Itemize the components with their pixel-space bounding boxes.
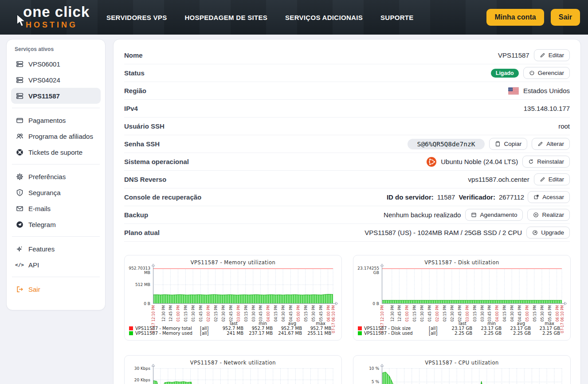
x-axis-label-text: 02:00 PM	[207, 305, 211, 321]
reinstall-button[interactable]: Reinstalar	[522, 156, 570, 168]
sidebar-item-api[interactable]: </> API	[11, 257, 101, 273]
nav-link-suporte[interactable]: SUPORTE	[380, 14, 414, 21]
verifier-value: 2677112	[499, 193, 524, 201]
page: one click HOSTING SERVIDORES VPS HOSPEDA…	[0, 0, 588, 384]
brand-logo[interactable]: one click HOSTING	[8, 3, 95, 32]
x-axis-label-text: 03:30 PM	[481, 305, 485, 321]
sidebar-item-afiliados[interactable]: Programa de afiliados	[11, 128, 101, 144]
x-axis-label-text: 05:45 PM	[319, 305, 324, 321]
nav-link-servidores-vps[interactable]: SERVIDORES VPS	[106, 14, 167, 21]
button-label: Acessar	[542, 194, 564, 200]
telegram-icon	[16, 220, 24, 228]
y-axis-label: 0 B	[125, 302, 150, 306]
x-axis-label-text: 02:00 PM	[435, 305, 440, 321]
sidebar-item-tickets[interactable]: Tickets de suporte	[11, 144, 101, 160]
row-label-backup: Backup	[124, 211, 148, 219]
x-axis-label-text: 12:30 PM	[391, 305, 395, 321]
memory-chart: VPS11587 - Memory utilization952.70313 M…	[124, 255, 342, 341]
sidebar-item-emails[interactable]: E-mails	[11, 200, 101, 216]
upgrade-button[interactable]: Upgrade	[526, 227, 570, 239]
x-axis-label-text: 01:15 PM	[184, 305, 188, 321]
os-value: Ubuntu Noble (24.04 LTS)	[441, 158, 518, 165]
backup-now-button[interactable]: Realizar	[527, 209, 570, 221]
sidebar-item-features[interactable]: Features	[11, 241, 101, 257]
verifier-label: Verificador:	[459, 193, 495, 201]
edit-dns-button[interactable]: Editar	[534, 173, 570, 185]
legend-header: max	[302, 321, 331, 326]
x-axis-label-text: 05:00 PM	[525, 305, 530, 321]
sidebar-divider	[12, 108, 100, 108]
detail-row-backup: Backup Nenhum backup realizado Agendamen…	[124, 206, 570, 224]
sidebar-divider	[12, 164, 100, 165]
legend-header-row: lastminavgmax	[129, 321, 331, 326]
envelope-icon	[16, 204, 24, 212]
nav-link-hospedagem[interactable]: HOSPEDAGEM DE SITES	[184, 14, 267, 21]
nav-logout-button[interactable]: Sair	[551, 9, 580, 26]
chart-plot	[378, 363, 568, 384]
x-axis-label: 07-17 06:10 PM	[331, 305, 337, 333]
button-label: Reinstalar	[537, 158, 564, 165]
sidebar-item-label: Preferências	[28, 173, 66, 180]
sidebar-item-preferencias[interactable]: Preferências	[11, 168, 101, 184]
y-axis-label: 20 Kbps	[125, 378, 150, 382]
x-axis-label-text: 02:45 PM	[229, 305, 234, 321]
row-label-plan: Plano atual	[124, 229, 160, 236]
external-link-icon	[533, 194, 539, 200]
x-axis-label-text: 02:30 PM	[451, 305, 455, 321]
edit-name-button[interactable]: Editar	[534, 49, 570, 61]
button-label: Editar	[549, 52, 564, 59]
sidebar-item-telegram[interactable]: Telegram	[11, 216, 101, 232]
gear-icon	[16, 172, 24, 180]
sidebar-divider	[12, 236, 100, 237]
x-axis-label-text: 04:45 PM	[518, 305, 522, 321]
x-axis-label-text: 05:00 PM	[297, 305, 301, 321]
y-axis-label: 23.174255 GB	[353, 266, 379, 275]
chart-plot	[149, 363, 339, 384]
legend-value: 2.25 GB	[443, 331, 472, 336]
sidebar-item-pagamentos[interactable]: Pagamentos	[11, 112, 101, 128]
my-account-button[interactable]: Minha conta	[486, 9, 544, 26]
x-axis-label-text: 04:45 PM	[289, 305, 294, 321]
legend-value: 952.7 MB	[302, 326, 331, 331]
row-label-status: Status	[124, 69, 145, 77]
cursor-icon	[16, 14, 27, 28]
legend-value: 2.25 GB	[502, 331, 531, 336]
y-axis-label: 512 MB	[125, 282, 150, 287]
chart-plot	[378, 263, 568, 308]
detail-row-ipv4: IPv4 135.148.10.177	[124, 100, 570, 118]
row-label-ssh-pass: Senha SSH	[124, 140, 160, 148]
x-axis-label-text: 01:00 PM	[405, 305, 410, 321]
access-console-button[interactable]: Acessar	[528, 191, 570, 203]
x-axis-label-text: 03:00 PM	[237, 305, 241, 321]
manage-power-button[interactable]: Gerenciar	[523, 67, 570, 79]
legend-value: 23.17 GB	[443, 326, 472, 331]
backup-schedule-button[interactable]: Agendamento	[465, 209, 523, 221]
plan-value: VPS11587 (US) - 1024MB RAM / 25GB SSD / …	[365, 229, 522, 236]
legend-scope: [all]	[429, 326, 443, 331]
sidebar-item-vps06001[interactable]: VPS06001	[11, 56, 101, 72]
legend-swatch	[358, 331, 362, 335]
legend-value: 241 MB	[214, 331, 243, 336]
sidebar-item-seguranca[interactable]: Segurança	[11, 184, 101, 200]
nav-link-servicos-adicionais[interactable]: SERVIÇOS ADICIONAIS	[285, 14, 363, 21]
sidebar-item-label: VPS06001	[28, 60, 60, 68]
x-axis-label-text: 03:15 PM	[244, 305, 249, 321]
top-navbar: one click HOSTING SERVIDORES VPS HOSPEDA…	[0, 0, 588, 35]
copy-password-button[interactable]: Copiar	[489, 138, 527, 150]
sidebar-item-vps04024[interactable]: VPS04024	[11, 72, 101, 88]
nav-links: SERVIDORES VPS HOSPEDAGEM DE SITES SERVI…	[106, 14, 414, 21]
change-password-button[interactable]: Alterar	[532, 138, 570, 150]
legend-swatch	[358, 326, 362, 330]
sidebar-item-label: API	[28, 261, 39, 269]
button-label: Gerenciar	[538, 70, 564, 76]
legend-header: min	[243, 321, 273, 326]
button-label: Upgrade	[541, 229, 564, 236]
logout-icon	[16, 285, 24, 293]
sidebar-item-sair[interactable]: Sair	[11, 281, 101, 297]
legend-series-label: VPS11587 - Memory total	[135, 326, 192, 331]
sidebar-item-label: Telegram	[28, 221, 56, 228]
legend-value: 2.25 GB	[472, 331, 502, 336]
detail-row-ssh-user: Usuário SSH root	[124, 118, 570, 135]
sidebar-item-vps11587[interactable]: VPS11587	[11, 88, 101, 104]
pencil-icon	[540, 52, 545, 58]
